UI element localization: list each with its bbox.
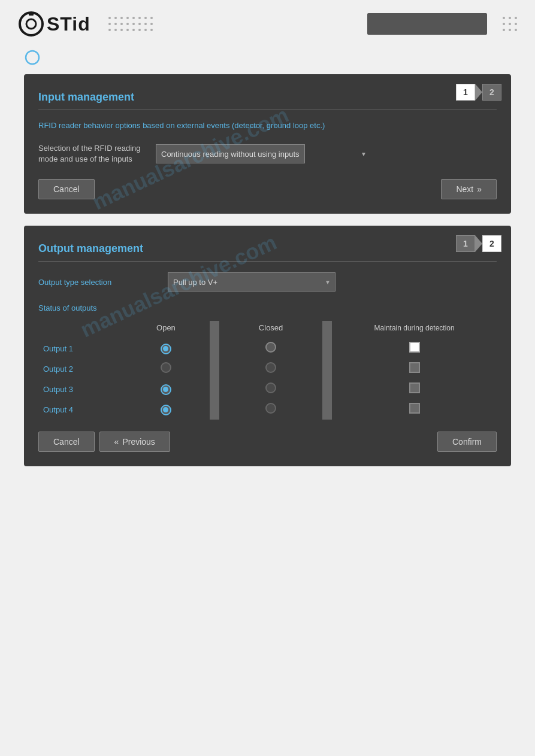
closed-radio bbox=[265, 382, 276, 393]
dot bbox=[114, 23, 117, 25]
step1-indicator: 1 bbox=[456, 84, 475, 101]
panel2-cancel-button[interactable]: Cancel bbox=[38, 432, 95, 452]
dot bbox=[150, 23, 153, 25]
closed-radio-cell[interactable] bbox=[219, 359, 322, 379]
previous-label: Previous bbox=[122, 437, 155, 447]
v-divider2 bbox=[322, 359, 332, 379]
v-divider bbox=[210, 379, 219, 399]
panel1-cancel-button[interactable]: Cancel bbox=[38, 179, 95, 199]
v-divider bbox=[210, 399, 219, 420]
dot bbox=[132, 29, 135, 31]
step-arrow bbox=[475, 84, 482, 101]
dot bbox=[120, 17, 123, 19]
dot bbox=[114, 17, 117, 19]
rfid-mode-select-wrapper[interactable]: Continuous reading without using inputs bbox=[156, 144, 371, 163]
svg-point-0 bbox=[20, 13, 43, 35]
dot bbox=[120, 29, 123, 31]
dot bbox=[150, 17, 153, 19]
closed-radio-cell[interactable] bbox=[219, 399, 322, 420]
output-label: Output 4 bbox=[38, 399, 122, 420]
dot bbox=[126, 23, 129, 25]
table-row: Output 4 bbox=[38, 399, 497, 420]
dot bbox=[144, 17, 147, 19]
table-row: Output 3 bbox=[38, 379, 497, 399]
next-label: Next bbox=[456, 184, 473, 194]
v-divider bbox=[210, 359, 219, 379]
closed-radio bbox=[265, 362, 276, 373]
table-row: Output 2 bbox=[38, 359, 497, 379]
dot bbox=[126, 17, 129, 19]
dot bbox=[138, 29, 141, 31]
output-type-label: Output type selection bbox=[38, 278, 158, 287]
col-div1 bbox=[210, 321, 219, 338]
output-label: Output 2 bbox=[38, 359, 122, 379]
open-radio-cell[interactable] bbox=[122, 399, 210, 420]
dot bbox=[509, 17, 511, 19]
dot bbox=[138, 17, 141, 19]
panel1-description: RFID reader behavior options based on ex… bbox=[38, 121, 497, 130]
panel1-next-button[interactable]: Next » bbox=[441, 179, 497, 199]
output-label: Output 1 bbox=[38, 338, 122, 359]
dot bbox=[509, 23, 511, 25]
step-arrow-p2 bbox=[475, 235, 482, 252]
panel1-title: Input management bbox=[38, 91, 497, 104]
closed-radio bbox=[265, 403, 276, 414]
maintain-checkbox-cell[interactable] bbox=[332, 359, 497, 379]
closed-radio-cell[interactable] bbox=[219, 379, 322, 399]
panel2-confirm-button[interactable]: Confirm bbox=[437, 432, 497, 452]
step2-indicator: 2 bbox=[482, 84, 501, 101]
output-label: Output 3 bbox=[38, 379, 122, 399]
v-divider2 bbox=[322, 338, 332, 359]
maintain-checkbox[interactable] bbox=[409, 382, 420, 393]
dot bbox=[509, 29, 511, 31]
maintain-checkbox-cell[interactable] bbox=[332, 399, 497, 420]
step1-indicator-p2: 1 bbox=[456, 235, 475, 252]
dot bbox=[138, 23, 141, 25]
dot bbox=[120, 23, 123, 25]
svg-point-3 bbox=[26, 51, 39, 64]
dot bbox=[503, 29, 505, 31]
dot bbox=[503, 23, 505, 25]
header-dots bbox=[102, 17, 349, 31]
maintain-checkbox-cell[interactable] bbox=[332, 379, 497, 399]
col-maintain-header: Maintain during detection bbox=[332, 321, 497, 338]
status-section-label: Status of outputs bbox=[38, 303, 497, 312]
output-type-select-wrapper[interactable]: Pull up to V+ bbox=[168, 272, 335, 292]
closed-radio-cell[interactable] bbox=[219, 338, 322, 359]
open-radio-cell[interactable] bbox=[122, 359, 210, 379]
table-row: Output 1 bbox=[38, 338, 497, 359]
panel1-buttons: Cancel Next » bbox=[38, 179, 497, 199]
input-management-panel: manualsarchive.com 1 2 Input management … bbox=[24, 74, 511, 214]
open-radio[interactable] bbox=[161, 405, 171, 415]
v-divider bbox=[210, 338, 219, 359]
maintain-checkbox[interactable] bbox=[409, 362, 420, 373]
closed-radio[interactable] bbox=[265, 342, 276, 353]
open-radio-cell[interactable] bbox=[122, 379, 210, 399]
col-empty bbox=[38, 321, 122, 338]
col-div2 bbox=[322, 321, 332, 338]
dot bbox=[515, 17, 517, 19]
open-radio[interactable] bbox=[161, 384, 171, 395]
maintain-checkbox[interactable] bbox=[409, 403, 420, 414]
logo-icon bbox=[18, 11, 44, 37]
dot bbox=[144, 23, 147, 25]
v-divider2 bbox=[322, 379, 332, 399]
logo-text: STid bbox=[47, 13, 90, 35]
step2-indicator-p2: 2 bbox=[482, 235, 501, 252]
maintain-checkbox[interactable] bbox=[409, 342, 420, 353]
output-type-select[interactable]: Pull up to V+ bbox=[168, 272, 335, 292]
open-radio[interactable] bbox=[161, 344, 171, 354]
maintain-checkbox-cell[interactable] bbox=[332, 338, 497, 359]
col-open-header: Open bbox=[122, 321, 210, 338]
header: STid bbox=[0, 0, 535, 43]
panel2-previous-button[interactable]: « Previous bbox=[99, 432, 170, 452]
dot bbox=[515, 23, 517, 25]
rfid-mode-label: Selection of the RFID reading mode and u… bbox=[38, 143, 146, 165]
dot bbox=[114, 29, 117, 31]
panel2-divider bbox=[38, 261, 497, 262]
dot bbox=[108, 17, 111, 19]
open-radio-cell[interactable] bbox=[122, 338, 210, 359]
dot bbox=[515, 29, 517, 31]
rfid-mode-select[interactable]: Continuous reading without using inputs bbox=[156, 144, 305, 163]
previous-icon: « bbox=[114, 437, 119, 447]
